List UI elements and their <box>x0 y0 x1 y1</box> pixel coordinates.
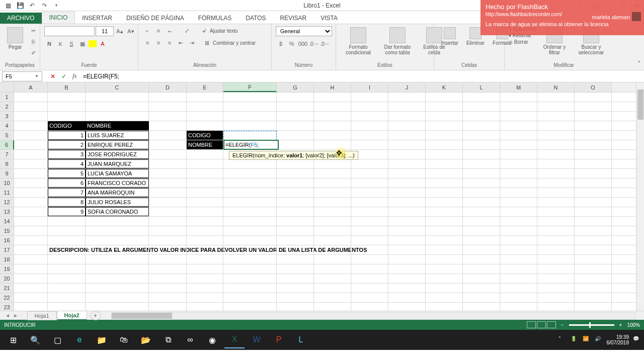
cell[interactable] <box>223 255 277 264</box>
cell[interactable]: DESCRIPCION: UTILIZA EL ARGUMENTO VALOR … <box>48 245 86 254</box>
cell[interactable]: 2 <box>48 140 86 149</box>
cell[interactable]: JUAN MARQUEZ <box>86 159 149 168</box>
cell[interactable] <box>48 303 86 311</box>
cell[interactable] <box>223 198 277 207</box>
search-button[interactable]: 🔍 <box>25 331 45 348</box>
cell[interactable] <box>500 226 537 235</box>
view-page-layout-icon[interactable] <box>537 321 546 328</box>
row-header[interactable]: 14 <box>0 217 14 226</box>
cell[interactable] <box>463 236 500 245</box>
file-explorer-icon[interactable]: 📁 <box>92 331 112 348</box>
bold-button[interactable]: N <box>44 39 54 48</box>
cell[interactable]: 4 <box>48 159 86 168</box>
col-M[interactable]: M <box>500 82 537 92</box>
col-K[interactable]: K <box>426 82 463 92</box>
col-J[interactable]: J <box>388 82 426 92</box>
cell[interactable] <box>351 303 388 311</box>
cell[interactable] <box>388 303 426 311</box>
cancel-formula-button[interactable]: ✕ <box>47 71 58 81</box>
cell[interactable] <box>388 131 426 140</box>
cell[interactable] <box>388 255 426 264</box>
row-header[interactable]: 23 <box>0 303 14 311</box>
cell[interactable] <box>277 293 314 302</box>
cell[interactable] <box>48 102 86 111</box>
cell[interactable] <box>223 236 277 245</box>
cell[interactable] <box>426 226 463 235</box>
wrap-icon[interactable]: ↲ <box>199 26 209 35</box>
cell[interactable] <box>48 255 86 264</box>
font-size-select[interactable] <box>96 26 114 36</box>
cell[interactable] <box>537 159 575 168</box>
cell[interactable] <box>86 264 149 274</box>
cell[interactable] <box>314 188 351 197</box>
indent-inc-icon[interactable]: ⇥ <box>187 38 197 47</box>
cell[interactable] <box>537 150 575 159</box>
cell[interactable] <box>351 131 388 140</box>
spreadsheet-grid[interactable]: A B C D E F G H I J K L M N O 1234CODIGO… <box>0 82 644 311</box>
cell[interactable] <box>575 169 612 178</box>
cell[interactable] <box>426 255 463 264</box>
cell[interactable] <box>388 198 426 207</box>
cell[interactable] <box>463 131 500 140</box>
cell[interactable] <box>149 198 187 207</box>
cell[interactable]: NOMBRE <box>187 140 223 149</box>
cell[interactable] <box>500 102 537 111</box>
cell[interactable] <box>223 169 277 178</box>
app-icon-2[interactable]: ∞ <box>180 331 200 348</box>
word-taskbar-icon[interactable]: W <box>247 331 267 348</box>
cell[interactable] <box>500 207 537 216</box>
cell[interactable] <box>500 303 537 311</box>
cell[interactable] <box>314 284 351 293</box>
cell[interactable] <box>314 255 351 264</box>
tab-file[interactable]: ARCHIVO <box>0 13 42 24</box>
chrome-icon[interactable]: ◉ <box>202 331 222 348</box>
cell[interactable] <box>314 159 351 168</box>
cell[interactable] <box>314 169 351 178</box>
cell[interactable] <box>187 217 223 226</box>
fill-color-button[interactable] <box>89 40 97 47</box>
tray-battery-icon[interactable]: 🔋 <box>571 336 579 344</box>
cell[interactable] <box>86 112 149 121</box>
cell[interactable] <box>314 303 351 311</box>
cell[interactable] <box>187 102 223 111</box>
cell[interactable] <box>463 226 500 235</box>
cell[interactable] <box>500 159 537 168</box>
cell[interactable] <box>14 131 48 140</box>
sheet-nav-next-icon[interactable]: ► <box>13 313 18 318</box>
cell[interactable] <box>149 93 187 102</box>
cell[interactable]: JULIO ROSALES <box>86 198 149 207</box>
tip-arg3[interactable]: [valor2] <box>306 152 324 158</box>
clear-button[interactable]: ◇ Borrar <box>509 39 536 45</box>
cell[interactable] <box>426 284 463 293</box>
row-header[interactable]: 12 <box>0 198 14 207</box>
font-color-button[interactable]: A <box>98 39 108 48</box>
cell[interactable] <box>351 274 388 283</box>
cell[interactable] <box>426 264 463 274</box>
cell[interactable] <box>500 112 537 121</box>
cell[interactable] <box>149 226 187 235</box>
cell[interactable] <box>575 150 612 159</box>
cell[interactable] <box>277 226 314 235</box>
cell[interactable] <box>463 245 500 254</box>
cell[interactable] <box>463 274 500 283</box>
cell[interactable] <box>388 207 426 216</box>
indent-dec-icon[interactable]: ⇤ <box>176 38 186 47</box>
edge-icon[interactable]: e <box>69 331 90 348</box>
cell[interactable] <box>426 217 463 226</box>
cell[interactable] <box>48 112 86 121</box>
cell[interactable] <box>314 131 351 140</box>
cell[interactable] <box>426 303 463 311</box>
cell[interactable]: SOFIA CORONADO <box>86 207 149 216</box>
cell[interactable] <box>575 226 612 235</box>
cell[interactable] <box>314 178 351 188</box>
cell[interactable] <box>187 303 223 311</box>
cell[interactable] <box>314 236 351 245</box>
cell[interactable] <box>277 198 314 207</box>
cell[interactable] <box>223 188 277 197</box>
cell[interactable]: LUCIA SAMAYOA <box>86 169 149 178</box>
format-painter-icon[interactable]: ✐ <box>28 48 38 57</box>
cell[interactable] <box>463 140 500 149</box>
cell[interactable] <box>149 169 187 178</box>
app-icon-3[interactable]: L <box>291 331 311 348</box>
fx-icon[interactable]: fx <box>72 72 77 80</box>
